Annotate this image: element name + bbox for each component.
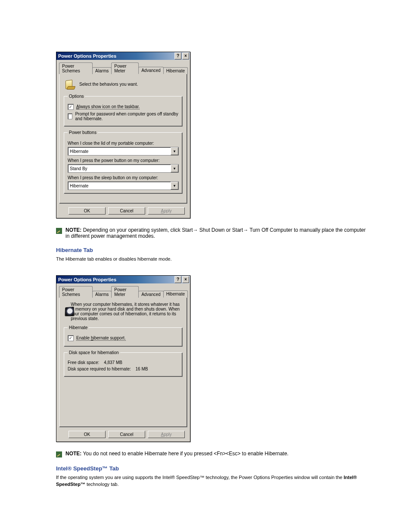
- pencil-icon: [56, 228, 62, 234]
- pencil-icon: [56, 451, 62, 457]
- disk-space-group: Disk space for hibernation Free disk spa…: [64, 350, 183, 377]
- tab-advanced[interactable]: Advanced: [138, 67, 163, 74]
- power-label: When I press the power button on my comp…: [68, 158, 179, 163]
- sleep-select-value: Hibernate: [70, 184, 88, 188]
- checkbox-enable-hibernate[interactable]: ✓: [68, 335, 74, 341]
- note-2: NOTE: You do not need to enable Hibernat…: [56, 451, 366, 457]
- tab-alarms[interactable]: Alarms: [92, 291, 112, 298]
- options-group: Options ✓ Always show icon on the taskba…: [64, 94, 183, 127]
- lid-select-value: Hibernate: [70, 149, 88, 154]
- tab-advanced[interactable]: Advanced: [138, 291, 163, 298]
- note-prefix: NOTE:: [65, 227, 81, 233]
- chevron-down-icon: ▼: [171, 165, 178, 172]
- close-icon[interactable]: ×: [182, 276, 189, 283]
- dialog-title: Power Options Properties: [58, 53, 116, 59]
- power-buttons-legend: Power buttons: [68, 130, 98, 135]
- tab-alarms[interactable]: Alarms: [92, 67, 112, 74]
- help-icon[interactable]: ?: [174, 53, 181, 59]
- tabs: Power Schemes Alarms Power Meter Advance…: [59, 62, 187, 74]
- tab-power-meter[interactable]: Power Meter: [111, 286, 139, 298]
- advanced-hint: Select the behaviors you want.: [79, 82, 138, 87]
- free-disk-value: 4,837 MB: [104, 360, 122, 365]
- battery-icon: [64, 78, 76, 90]
- required-disk-value: 16 MB: [136, 367, 148, 371]
- note-text: You do not need to enable Hibernate here…: [83, 451, 288, 457]
- sleep-label: When I press the sleep button on my comp…: [68, 175, 179, 180]
- free-disk-label: Free disk space:: [68, 360, 99, 365]
- disk-space-legend: Disk space for hibernation: [68, 350, 120, 355]
- hibernate-legend: Hibernate: [68, 325, 89, 330]
- hibernate-group: Hibernate ✓ Enable hibernate support.: [64, 325, 183, 347]
- power-options-hibernate-dialog: Power Options Properties ? × Power Schem…: [56, 275, 190, 442]
- section-heading-hibernate: Hibernate Tab: [56, 247, 394, 253]
- chevron-down-icon: ▼: [171, 182, 178, 190]
- tab-hibernate[interactable]: Hibernate: [163, 290, 188, 298]
- hibernate-hint: When your computer hibernates, it stores…: [71, 302, 183, 321]
- sleep-select[interactable]: Hibernate ▼: [68, 181, 179, 190]
- hibernate-paragraph: The Hibernate tab enables or disables hi…: [56, 256, 371, 262]
- tab-power-meter[interactable]: Power Meter: [111, 62, 139, 74]
- label-show-icon: Always show icon on the taskbar.: [76, 104, 140, 109]
- power-options-advanced-dialog: Power Options Properties ? × Power Schem…: [56, 52, 190, 218]
- checkbox-show-icon[interactable]: ✓: [68, 104, 74, 110]
- tab-hibernate[interactable]: Hibernate: [163, 67, 188, 74]
- label-enable-hibernate: Enable hibernate support.: [76, 336, 126, 341]
- chevron-down-icon: ▼: [171, 147, 178, 155]
- dialog-title: Power Options Properties: [58, 277, 116, 282]
- required-disk-label: Disk space required to hibernate:: [68, 367, 131, 371]
- cancel-button[interactable]: Cancel: [108, 431, 145, 438]
- note-1: NOTE: Depending on your operating system…: [56, 227, 366, 239]
- tab-power-schemes[interactable]: Power Schemes: [59, 286, 93, 298]
- note-prefix: NOTE:: [65, 451, 81, 457]
- power-buttons-group: Power buttons When I close the lid of my…: [64, 130, 183, 194]
- apply-button[interactable]: Apply: [148, 207, 185, 215]
- speedstep-paragraph: If the operating system you are using su…: [56, 474, 371, 488]
- lid-label: When I close the lid of my portable comp…: [68, 141, 179, 146]
- checkbox-prompt-password[interactable]: [68, 113, 72, 119]
- titlebar[interactable]: Power Options Properties ? ×: [56, 276, 190, 283]
- close-icon[interactable]: ×: [182, 53, 189, 59]
- options-legend: Options: [68, 94, 85, 99]
- cancel-button[interactable]: Cancel: [108, 207, 145, 215]
- tab-power-schemes[interactable]: Power Schemes: [59, 62, 93, 74]
- ok-button[interactable]: OK: [68, 431, 106, 438]
- note-text: Depending on your operating system, clic…: [65, 227, 366, 239]
- section-heading-speedstep: Intel® SpeedStep™ Tab: [56, 465, 394, 472]
- titlebar[interactable]: Power Options Properties ? ×: [56, 52, 190, 60]
- apply-button[interactable]: Apply: [148, 431, 185, 438]
- lid-select[interactable]: Hibernate ▼: [68, 147, 179, 156]
- power-select-value: Stand By: [70, 166, 87, 171]
- label-prompt-password: Prompt for password when computer goes o…: [75, 112, 179, 121]
- disk-icon: [64, 306, 67, 317]
- power-select[interactable]: Stand By ▼: [68, 164, 179, 173]
- ok-button[interactable]: OK: [68, 207, 106, 215]
- tabs: Power Schemes Alarms Power Meter Advance…: [59, 286, 187, 298]
- help-icon[interactable]: ?: [174, 276, 181, 283]
